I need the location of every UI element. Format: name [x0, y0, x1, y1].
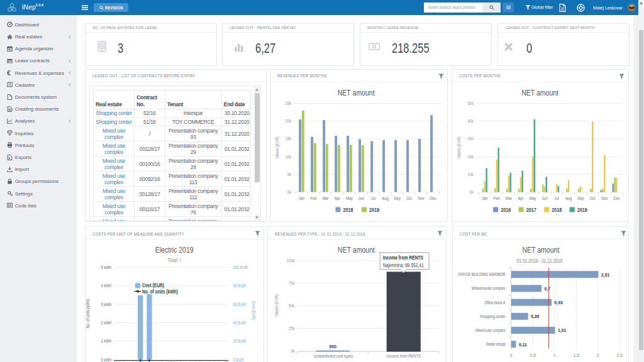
- svg-text:Jan: Jan: [299, 195, 304, 200]
- svg-text:Values (EUR): Values (EUR): [275, 136, 280, 158]
- svg-text:Jun: Jun: [541, 195, 547, 200]
- svg-text:Mixed use complex: Mixed use complex: [475, 327, 506, 332]
- svg-text:€: €: [7, 70, 11, 75]
- svg-text:Dec: Dec: [613, 195, 620, 200]
- svg-text:Values (EUR): Values (EUR): [456, 136, 462, 158]
- svg-text:Jun: Jun: [358, 195, 364, 200]
- svg-text:50k: 50k: [289, 302, 295, 308]
- svg-text:OFFICE BUILDING MARIBOR: OFFICE BUILDING MARIBOR: [458, 272, 506, 277]
- svg-text:Values (EUR): Values (EUR): [274, 293, 279, 316]
- svg-text:No. of units (kWh): No. of units (kWh): [85, 299, 91, 328]
- svg-text:5k: 5k: [287, 171, 291, 177]
- svg-text:Apr: Apr: [335, 195, 340, 200]
- svg-text:40 EUR: 40 EUR: [233, 320, 246, 326]
- svg-text:Undistributed cost types: Undistributed cost types: [314, 353, 353, 359]
- svg-text:0 kWh: 0 kWh: [101, 356, 111, 361]
- svg-text:50k: 50k: [468, 100, 474, 106]
- svg-text:Mar: Mar: [506, 195, 512, 200]
- svg-text:5 kWh: 5 kWh: [101, 264, 111, 270]
- svg-text:75k: 75k: [289, 280, 295, 286]
- svg-text:May: May: [530, 195, 536, 200]
- svg-text:Office block A: Office block A: [484, 299, 505, 305]
- svg-text:Dec: Dec: [430, 195, 437, 200]
- svg-text:Income from RENTS: Income from RENTS: [387, 353, 421, 359]
- svg-text:2019: 2019: [369, 206, 379, 212]
- svg-text:1,5: 1,5: [574, 353, 579, 358]
- svg-text:80 EUR: 80 EUR: [233, 283, 246, 288]
- svg-text:25k: 25k: [289, 325, 295, 331]
- svg-text:Nov: Nov: [601, 195, 608, 200]
- svg-text:NET amount: NET amount: [521, 88, 558, 97]
- svg-text:Sep: Sep: [577, 195, 584, 200]
- svg-text:0,11: 0,11: [519, 341, 527, 347]
- svg-text:0k: 0k: [291, 348, 295, 353]
- svg-text:2: 2: [597, 353, 599, 358]
- svg-text:NET amount: NET amount: [338, 245, 375, 255]
- svg-text:20 EUR: 20 EUR: [233, 338, 246, 344]
- svg-text:2018: 2018: [552, 206, 562, 212]
- svg-text:0,5: 0,5: [530, 353, 536, 358]
- svg-text:60 EUR: 60 EUR: [233, 301, 246, 307]
- svg-text:May: May: [346, 195, 353, 200]
- svg-text:Jan: Jan: [482, 195, 487, 200]
- svg-text:Aug: Aug: [565, 195, 572, 200]
- svg-text:10k: 10k: [286, 153, 292, 159]
- svg-text:100 EUR: 100 EUR: [233, 264, 248, 270]
- svg-text:NET amount: NET amount: [522, 245, 559, 255]
- svg-text:4 kWh: 4 kWh: [101, 283, 111, 288]
- svg-text:Apr: Apr: [518, 195, 524, 200]
- svg-text:20k: 20k: [468, 153, 474, 159]
- svg-text:Shopping center: Shopping center: [480, 313, 506, 319]
- svg-text:Aug: Aug: [382, 195, 389, 200]
- svg-text:1 kWh: 1 kWh: [101, 338, 111, 344]
- svg-text:0 EUR: 0 EUR: [233, 356, 244, 361]
- svg-text:2019: 2019: [577, 206, 587, 212]
- svg-text:1,01: 1,01: [558, 327, 567, 333]
- svg-text:Sep: Sep: [394, 195, 401, 200]
- svg-text:Total: /: Total: /: [167, 257, 181, 263]
- svg-text:Income from RENTS: Income from RENTS: [383, 255, 423, 261]
- svg-text:2016: 2016: [501, 206, 511, 212]
- svg-text:Najemnina: 89.552,41: Najemnina: 89.552,41: [383, 262, 424, 268]
- svg-text:15k: 15k: [286, 136, 292, 141]
- svg-text:Cost (EUR): Cost (EUR): [251, 301, 257, 320]
- svg-text:2018: 2018: [343, 206, 353, 212]
- svg-text:2,5: 2,5: [617, 353, 623, 358]
- svg-text:20k: 20k: [286, 118, 292, 124]
- svg-text:Wharehouse complex: Wharehouse complex: [472, 285, 506, 291]
- svg-text:0: 0: [510, 353, 512, 358]
- svg-text:0,93: 0,93: [554, 300, 563, 305]
- svg-text:Mar: Mar: [323, 195, 329, 200]
- svg-text:100k: 100k: [287, 258, 295, 263]
- svg-text:Oct: Oct: [406, 195, 413, 200]
- svg-text:01.01.2019 - 31.12.2019: 01.01.2019 - 31.12.2019: [517, 258, 563, 264]
- svg-text:0k: 0k: [287, 189, 291, 194]
- svg-text:0,7: 0,7: [544, 285, 550, 291]
- svg-text:No. of units (kWh): No. of units (kWh): [142, 288, 178, 295]
- svg-text:2 kWh: 2 kWh: [101, 320, 111, 326]
- svg-text:Jul: Jul: [554, 195, 559, 200]
- svg-text:Nov: Nov: [418, 195, 425, 200]
- svg-text:Jul: Jul: [371, 195, 376, 200]
- svg-text:Retail shops: Retail shops: [486, 341, 506, 347]
- svg-text:40k: 40k: [468, 118, 474, 124]
- svg-text:NET amount: NET amount: [338, 88, 375, 97]
- svg-text:0,39: 0,39: [531, 314, 540, 319]
- svg-text:2017: 2017: [526, 206, 536, 212]
- svg-text:2,01: 2,01: [601, 272, 610, 277]
- svg-text:900: 900: [330, 344, 337, 349]
- svg-text:25k: 25k: [286, 101, 292, 106]
- svg-text:0: 0: [374, 45, 375, 48]
- svg-text:10k: 10k: [468, 172, 474, 177]
- svg-text:3 kWh: 3 kWh: [101, 301, 111, 307]
- svg-text:Electric 2019: Electric 2019: [155, 245, 194, 255]
- svg-text:Oct: Oct: [590, 195, 596, 200]
- svg-text:30k: 30k: [468, 136, 474, 141]
- svg-text:Feb: Feb: [311, 195, 317, 200]
- svg-text:0k: 0k: [470, 189, 474, 195]
- svg-text:1: 1: [553, 353, 555, 358]
- svg-text:Feb: Feb: [494, 195, 500, 200]
